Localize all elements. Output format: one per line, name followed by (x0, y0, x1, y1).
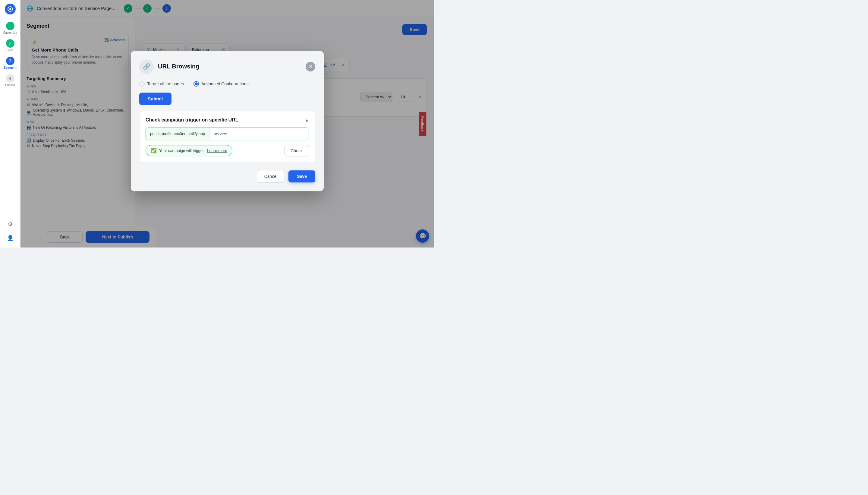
sidebar: ✓ Customize ✓ Style 3 Segment 4 Publish … (0, 0, 20, 248)
svg-point-1 (9, 8, 11, 10)
check-button[interactable]: Check (284, 145, 309, 156)
modal-save-button[interactable]: Save (289, 170, 315, 182)
url-check-card: Check campaign trigger on specific URL ▲… (139, 111, 315, 163)
main-area: 🌐 Convert Idle Visitors on Service Page.… (20, 0, 434, 248)
chevron-up-icon[interactable]: ▲ (305, 118, 309, 122)
sidebar-label-segment: Segment (4, 66, 16, 69)
url-base: poetic-muffin-cbc3ee.netlify.app (146, 128, 209, 140)
profile-icon: 👤 (7, 235, 14, 241)
radio-circle-advanced (193, 81, 199, 86)
cancel-button[interactable]: Cancel (257, 170, 285, 183)
sidebar-item-settings[interactable]: ⚙ (6, 219, 15, 230)
check-result-row: ✅ Your campaign will trigger. Learn more… (145, 145, 309, 156)
sidebar-item-segment[interactable]: 3 Segment (0, 54, 20, 72)
sidebar-label-style: Style (7, 49, 13, 52)
close-icon: ✕ (309, 64, 313, 69)
app-logo[interactable] (5, 4, 16, 15)
check-result-badge: ✅ Your campaign will trigger. Learn more (145, 145, 232, 156)
url-check-title: Check campaign trigger on specific URL (145, 117, 238, 123)
radio-label-target-all: Target all the pages (147, 81, 184, 86)
sidebar-item-profile[interactable]: 👤 (6, 233, 15, 244)
modal-icon-wrap: 🔗 (139, 59, 154, 74)
modal-header: 🔗 URL Browsing ✕ (139, 59, 315, 74)
sidebar-label-customize: Customize (3, 31, 17, 34)
modal-title: URL Browsing (158, 63, 301, 70)
radio-circle-target-all (139, 81, 145, 86)
sidebar-item-publish[interactable]: 4 Publish (0, 72, 20, 89)
radio-label-advanced: Advanced Configurations (201, 81, 248, 86)
radio-group: Target all the pages Advanced Configurat… (139, 81, 315, 86)
learn-more-link[interactable]: Learn more (207, 148, 227, 153)
submit-button[interactable]: Submit (139, 92, 172, 105)
url-path-input[interactable] (209, 128, 309, 140)
gear-icon: ⚙ (8, 221, 13, 227)
modal-close-button[interactable]: ✕ (306, 62, 315, 71)
url-browsing-modal: 🔗 URL Browsing ✕ Target all the pages Ad… (131, 51, 324, 191)
link-icon: 🔗 (143, 63, 151, 70)
url-input-row: poetic-muffin-cbc3ee.netlify.app (145, 127, 309, 140)
radio-target-all[interactable]: Target all the pages (139, 81, 184, 86)
sidebar-item-style[interactable]: ✓ Style (0, 37, 20, 54)
result-text: Your campaign will trigger. (159, 148, 205, 153)
modal-footer: Cancel Save (139, 170, 315, 183)
sidebar-label-publish: Publish (5, 84, 15, 87)
sidebar-item-customize[interactable]: ✓ Customize (0, 19, 20, 37)
url-check-header: Check campaign trigger on specific URL ▲ (145, 117, 309, 123)
radio-advanced[interactable]: Advanced Configurations (193, 81, 248, 86)
success-icon: ✅ (151, 148, 157, 153)
